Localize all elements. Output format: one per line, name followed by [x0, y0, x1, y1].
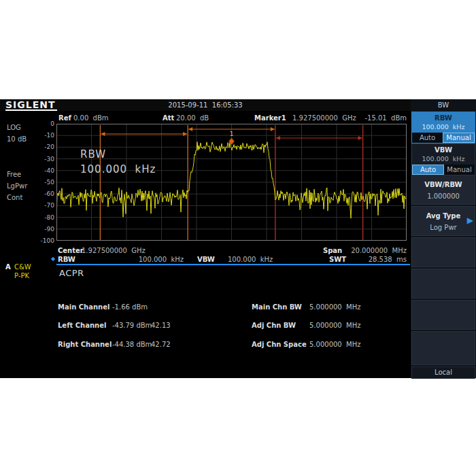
y-axis-tick: -90: [35, 226, 54, 233]
softkey-blank-1[interactable]: [411, 237, 475, 267]
softkey-blank-3[interactable]: [411, 300, 475, 330]
scale-per-div: 10 dB: [7, 135, 27, 143]
vbw-manual-toggle[interactable]: Manual: [444, 165, 475, 175]
avg-power-mode: LgPwr: [7, 182, 27, 190]
rbw-overlay-value: 100.000 kHz: [80, 163, 156, 175]
y-axis-tick: -60: [35, 190, 54, 197]
acpr-left-ratio: 42.13: [151, 322, 171, 329]
rbw-overlay-label: RBW: [80, 148, 106, 160]
y-axis-tick: -40: [35, 167, 54, 174]
rbw-softkey-label: RBW: [412, 112, 475, 122]
spectrum-plot: 1: [56, 124, 407, 241]
menu-title: BW: [411, 101, 476, 109]
acpr-main-bw-label: Main Chn BW: [252, 303, 302, 311]
y-axis-tick: 0: [35, 120, 54, 127]
vbw-rbw-ratio-softkey[interactable]: VBW/RBW 1.000000: [411, 175, 475, 205]
vbw-rbw-value: 1.000000: [412, 188, 475, 200]
trigger-mode: Free: [7, 171, 21, 178]
vbw-auto-toggle[interactable]: Auto: [412, 165, 444, 175]
datetime-display: 2015-09-11 16:05:33: [0, 101, 411, 109]
acpr-adj-space-label: Adj Chn Space: [252, 341, 307, 348]
vbw-softkey-label: VBW: [412, 144, 475, 154]
rbw-status-value: 100.000 kHz: [82, 256, 184, 263]
acpr-adj-bw-label: Adj Chn BW: [252, 322, 296, 329]
center-freq-value: 1.927500000 GHz: [82, 247, 146, 254]
amplitude-scale-type: LOG: [7, 124, 21, 131]
rbw-auto-toggle[interactable]: Auto: [412, 133, 443, 143]
y-axis-tick: -50: [35, 179, 54, 186]
y-axis-tick: -10: [35, 132, 54, 139]
attenuation-label: Att: [163, 114, 174, 122]
y-axis-tick: -100: [35, 237, 54, 244]
acpr-left-value: -43.79 dBm: [112, 322, 152, 329]
submenu-arrow-icon: ▶: [467, 216, 473, 225]
spectrum-analyzer-screen: SIGLENT 2015-09-11 16:05:33 Ref 0.00 dBm…: [0, 99, 476, 378]
acpr-left-label: Left Channel: [58, 322, 106, 329]
marker1-amplitude: -15.01 dBm: [354, 114, 407, 122]
detector-type: P-PK: [14, 272, 29, 279]
screenshot-canvas: SIGLENT 2015-09-11 16:05:33 Ref 0.00 dBm…: [0, 0, 476, 476]
acpr-right-value: -44.38 dBm: [112, 341, 152, 348]
avg-type-value: Log Pwr: [412, 220, 475, 231]
rbw-status-label: RBW: [58, 256, 75, 263]
rbw-softkey[interactable]: RBW 100.000 kHz Auto Manual: [411, 112, 475, 143]
y-axis-tick: -20: [35, 143, 54, 150]
span-value: 20.000000 MHz: [340, 247, 407, 254]
vbw-rbw-label: VBW/RBW: [412, 175, 475, 188]
top-status-bar: SIGLENT 2015-09-11 16:05:33: [0, 99, 411, 111]
marker1-label: Marker1: [254, 114, 286, 122]
avg-type-softkey[interactable]: Avg Type Log Pwr ▶: [411, 206, 475, 236]
acpr-main-bw-value: 5.000000 MHz: [309, 303, 360, 311]
trace-mode: C&W: [14, 263, 31, 271]
section-divider-line: [56, 264, 410, 265]
rbw-softkey-value: 100.000 kHz: [412, 122, 475, 131]
local-button[interactable]: Local: [411, 367, 475, 379]
sweep-mode: Cont: [7, 194, 22, 201]
acpr-right-label: Right Channel: [58, 341, 112, 348]
acpr-main-label: Main Channel: [58, 303, 109, 311]
y-axis-tick: -70: [35, 202, 54, 209]
avg-type-label: Avg Type: [412, 207, 475, 220]
ref-level-label: Ref: [58, 114, 71, 122]
vbw-status-label: VBW: [197, 256, 215, 263]
rbw-coupled-icon: ◆: [51, 256, 55, 262]
vbw-status-value: 100.000 kHz: [228, 256, 273, 263]
acpr-main-value: -1.66 dBm: [112, 303, 148, 311]
y-axis-tick: -80: [35, 214, 54, 221]
span-label: Span: [323, 247, 342, 254]
vbw-softkey-value: 100.000 kHz: [412, 154, 475, 163]
vbw-softkey[interactable]: VBW 100.000 kHz Auto Manual: [411, 143, 475, 175]
trace-letter: A: [5, 263, 11, 271]
marker1-number: 1: [230, 131, 234, 137]
acpr-right-ratio: 42.72: [151, 341, 171, 348]
marker1-diamond: 1: [229, 131, 235, 145]
attenuation-value: 20.00 dB: [176, 114, 209, 122]
marker1-frequency: 1.927500000 GHz: [292, 114, 356, 122]
y-axis-tick: -30: [35, 156, 54, 163]
rbw-manual-toggle[interactable]: Manual: [443, 133, 475, 143]
ref-level-value: 0.00 dBm: [73, 114, 109, 122]
softkey-blank-4[interactable]: [411, 331, 475, 365]
softkey-blank-2[interactable]: [411, 269, 475, 299]
acpr-adj-bw-value: 5.000000 MHz: [309, 322, 360, 329]
acpr-adj-space-value: 5.000000 MHz: [309, 341, 360, 348]
softkey-menu-panel: BW RBW 100.000 kHz Auto Manual VBW 100.0…: [411, 99, 476, 378]
acpr-section-title: ACPR: [59, 268, 84, 278]
swt-value: 28.538 ms: [340, 256, 407, 263]
center-freq-label: Center: [58, 247, 84, 254]
